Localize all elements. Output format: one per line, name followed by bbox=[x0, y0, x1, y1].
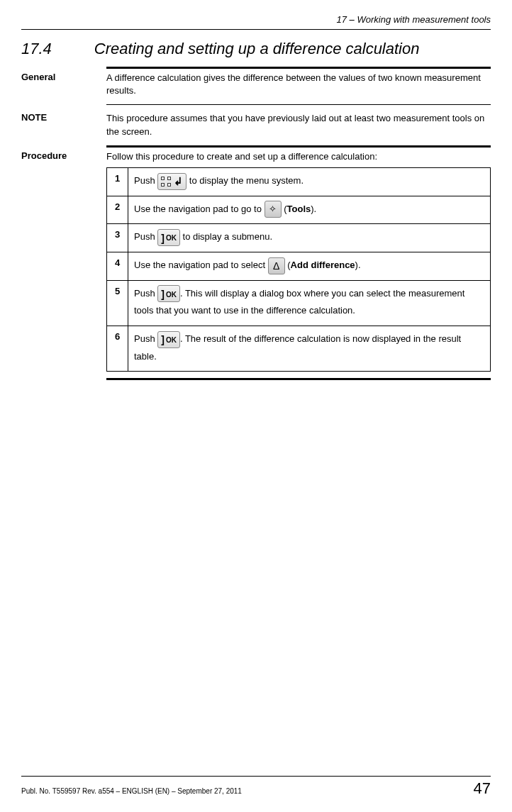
step-text: Use the navigation pad to go to ✧ (Tools… bbox=[128, 196, 491, 224]
ok-button-icon: ]OK bbox=[157, 229, 180, 246]
step-number: 3 bbox=[107, 224, 128, 252]
section-heading: 17.4 Creating and setting up a differenc… bbox=[21, 40, 491, 58]
step-text: Push ]OK. This will display a dialog box… bbox=[128, 280, 491, 326]
procedure-content: Follow this procedure to create and set … bbox=[106, 150, 491, 372]
table-row: 3 Push ]OK to display a submenu. bbox=[107, 224, 491, 252]
general-text: A difference calculation gives the diffe… bbox=[106, 72, 491, 97]
text-bold: Tools bbox=[287, 204, 311, 214]
text-part: Use the navigation pad to go to bbox=[134, 204, 265, 214]
text-part: Push bbox=[134, 288, 157, 299]
delta-icon: Δ bbox=[268, 257, 285, 274]
text-bold: Add difference bbox=[291, 260, 355, 270]
procedure-intro: Follow this procedure to create and set … bbox=[106, 150, 491, 163]
chapter-header: 17 – Working with measurement tools bbox=[21, 14, 491, 30]
text-part: Push bbox=[134, 231, 157, 242]
heading-title: Creating and setting up a difference cal… bbox=[94, 40, 420, 58]
table-row: 1 Push ↲ to display the menu system. bbox=[107, 167, 491, 196]
rule bbox=[106, 67, 491, 69]
general-label: General bbox=[21, 72, 106, 97]
step-number: 5 bbox=[107, 280, 128, 326]
page-footer: Publ. No. T559597 Rev. a554 – ENGLISH (E… bbox=[21, 776, 491, 798]
table-row: 2 Use the navigation pad to go to ✧ (Too… bbox=[107, 196, 491, 224]
note-block: NOTE This procedure assumes that you hav… bbox=[21, 112, 491, 138]
step-number: 2 bbox=[107, 196, 128, 224]
general-block: General A difference calculation gives t… bbox=[21, 72, 491, 97]
text-part: ( bbox=[285, 260, 291, 270]
text-part: ). bbox=[311, 204, 316, 214]
page-number: 47 bbox=[474, 779, 491, 798]
rule bbox=[106, 145, 491, 148]
rule bbox=[106, 378, 491, 380]
procedure-table: 1 Push ↲ to display the menu system. 2 U… bbox=[106, 167, 491, 372]
procedure-block: Procedure Follow this procedure to creat… bbox=[21, 150, 491, 372]
text-part: . The result of the difference calculati… bbox=[134, 333, 461, 362]
text-part: Push bbox=[134, 175, 157, 186]
step-number: 1 bbox=[107, 167, 128, 196]
menu-button-icon: ↲ bbox=[157, 173, 187, 190]
step-text: Push ]OK to display a submenu. bbox=[128, 224, 491, 252]
step-number: 6 bbox=[107, 326, 128, 372]
text-part: to display a submenu. bbox=[180, 231, 272, 242]
footer-pub-info: Publ. No. T559597 Rev. a554 – ENGLISH (E… bbox=[21, 787, 242, 795]
table-row: 5 Push ]OK. This will display a dialog b… bbox=[107, 280, 491, 326]
table-row: 4 Use the navigation pad to select Δ (Ad… bbox=[107, 252, 491, 281]
text-part: . This will display a dialog box where y… bbox=[134, 288, 464, 316]
tools-icon: ✧ bbox=[265, 201, 282, 218]
text-part: ). bbox=[355, 260, 361, 270]
heading-number: 17.4 bbox=[21, 40, 52, 58]
text-part: Use the navigation pad to select bbox=[134, 260, 268, 270]
note-label: NOTE bbox=[21, 112, 106, 138]
step-text: Push ]OK. The result of the difference c… bbox=[128, 326, 491, 372]
table-row: 6 Push ]OK. The result of the difference… bbox=[107, 326, 491, 372]
ok-button-icon: ]OK bbox=[157, 331, 180, 348]
step-text: Use the navigation pad to select Δ (Add … bbox=[128, 252, 491, 281]
rule bbox=[106, 104, 491, 105]
procedure-label: Procedure bbox=[21, 150, 106, 372]
text-part: ( bbox=[282, 204, 287, 214]
ok-button-icon: ]OK bbox=[157, 285, 180, 302]
step-text: Push ↲ to display the menu system. bbox=[128, 167, 491, 196]
note-text: This procedure assumes that you have pre… bbox=[106, 112, 491, 138]
step-number: 4 bbox=[107, 252, 128, 281]
text-part: Push bbox=[134, 333, 157, 344]
text-part: to display the menu system. bbox=[187, 175, 304, 186]
